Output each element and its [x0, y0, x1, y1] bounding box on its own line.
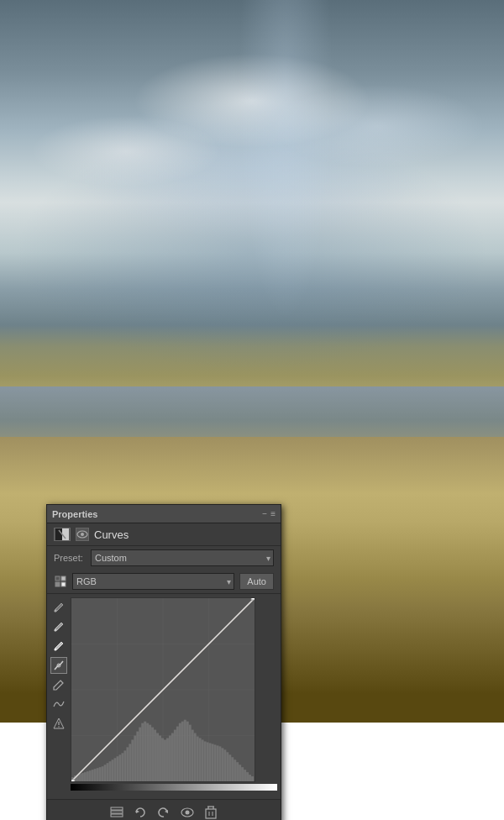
- svg-rect-98: [111, 811, 123, 813]
- svg-rect-71: [194, 733, 197, 781]
- channel-select[interactable]: RGB Red Green Blue: [72, 573, 234, 590]
- curves-header: Curves: [47, 523, 281, 546]
- panel-title-left: Properties: [52, 509, 97, 519]
- svg-rect-33: [99, 767, 102, 781]
- svg-rect-49: [139, 728, 141, 781]
- svg-rect-58: [161, 738, 164, 781]
- svg-rect-40: [117, 756, 119, 781]
- smooth-tool[interactable]: [50, 696, 67, 712]
- svg-rect-34: [102, 766, 104, 781]
- svg-rect-78: [211, 744, 213, 781]
- svg-rect-70: [192, 730, 194, 781]
- curve-point-tool[interactable]: [50, 657, 67, 674]
- svg-rect-68: [186, 722, 189, 781]
- svg-rect-74: [202, 739, 204, 781]
- undo-icon-btn[interactable]: [155, 804, 172, 821]
- svg-rect-42: [121, 753, 123, 781]
- curves-graph-wrap: [71, 597, 277, 792]
- svg-rect-65: [179, 723, 181, 781]
- pencil-draw-tool[interactable]: [50, 676, 67, 693]
- svg-point-3: [81, 533, 84, 536]
- svg-rect-46: [131, 739, 134, 781]
- svg-rect-66: [181, 722, 184, 781]
- svg-rect-69: [189, 725, 192, 781]
- auto-button[interactable]: Auto: [239, 573, 274, 590]
- panel-title: Properties: [52, 509, 97, 519]
- curves-panel: Properties − ≡ Curves Preset: Cu: [46, 504, 281, 820]
- svg-rect-5: [55, 582, 60, 586]
- svg-rect-93: [249, 775, 251, 781]
- svg-rect-80: [216, 745, 218, 781]
- sample-icon[interactable]: [54, 575, 67, 588]
- svg-rect-4: [55, 576, 60, 581]
- eyedropper-grey-tool[interactable]: [50, 618, 67, 635]
- svg-rect-72: [197, 736, 199, 781]
- gradient-ramp: [71, 784, 277, 791]
- panel-menu-icon[interactable]: ≡: [270, 509, 276, 518]
- svg-rect-89: [239, 765, 241, 781]
- warning-icon[interactable]: [50, 715, 67, 732]
- svg-rect-95: [71, 780, 75, 781]
- svg-rect-63: [174, 730, 176, 781]
- svg-rect-75: [204, 741, 207, 781]
- svg-rect-32: [97, 768, 99, 781]
- svg-rect-50: [141, 723, 144, 781]
- curves-title: Curves: [94, 528, 129, 541]
- svg-rect-51: [144, 722, 146, 781]
- svg-rect-27: [84, 772, 87, 781]
- svg-rect-31: [94, 769, 97, 781]
- svg-rect-25: [79, 774, 81, 781]
- svg-rect-43: [123, 750, 126, 781]
- svg-rect-99: [111, 814, 123, 817]
- visibility-toggle-btn[interactable]: [179, 804, 196, 821]
- svg-rect-56: [156, 733, 159, 781]
- svg-rect-36: [107, 763, 109, 781]
- svg-rect-44: [126, 747, 129, 781]
- svg-rect-55: [154, 730, 156, 781]
- eyedropper-white-tool[interactable]: [50, 638, 67, 654]
- svg-point-15: [58, 726, 59, 727]
- svg-point-9: [55, 629, 57, 632]
- svg-rect-54: [151, 728, 154, 781]
- svg-rect-87: [234, 760, 236, 781]
- curves-mask-icon[interactable]: [54, 528, 71, 541]
- svg-rect-67: [184, 720, 186, 781]
- svg-rect-82: [221, 748, 223, 781]
- svg-point-103: [186, 810, 190, 814]
- svg-rect-81: [218, 746, 221, 781]
- svg-rect-57: [159, 736, 161, 782]
- svg-rect-64: [176, 727, 179, 781]
- layers-icon-btn[interactable]: [108, 804, 125, 821]
- channel-select-wrap[interactable]: RGB Red Green Blue: [72, 573, 234, 590]
- loop-icon-btn[interactable]: [132, 804, 149, 821]
- delete-btn[interactable]: [202, 804, 219, 821]
- svg-rect-73: [199, 738, 202, 781]
- svg-rect-91: [244, 770, 246, 781]
- preset-label: Preset:: [54, 553, 86, 563]
- svg-rect-7: [61, 582, 66, 586]
- collapse-icon[interactable]: −: [262, 509, 267, 518]
- svg-rect-35: [104, 765, 107, 781]
- left-toolbar: [47, 594, 71, 796]
- svg-rect-61: [169, 736, 171, 782]
- eyedropper-black-tool[interactable]: [50, 599, 67, 616]
- svg-rect-37: [109, 761, 112, 781]
- svg-rect-30: [92, 770, 94, 781]
- svg-rect-94: [251, 776, 254, 781]
- svg-rect-85: [228, 754, 231, 781]
- preset-select[interactable]: Custom Default Strong Contrast Linear Co…: [91, 549, 274, 566]
- curves-svg: [71, 598, 255, 781]
- svg-rect-6: [61, 576, 66, 581]
- svg-rect-104: [206, 809, 216, 818]
- svg-rect-97: [111, 807, 123, 810]
- svg-rect-41: [118, 754, 121, 781]
- preset-row: Preset: Custom Default Strong Contrast L…: [47, 546, 281, 570]
- svg-rect-53: [149, 725, 151, 781]
- curves-graph[interactable]: [71, 597, 255, 782]
- svg-rect-26: [81, 773, 84, 781]
- preset-select-wrap[interactable]: Custom Default Strong Contrast Linear Co…: [91, 549, 274, 566]
- svg-rect-79: [213, 744, 216, 781]
- visibility-icon[interactable]: [76, 528, 89, 541]
- panel-titlebar: Properties − ≡: [47, 505, 281, 523]
- svg-rect-90: [241, 767, 244, 781]
